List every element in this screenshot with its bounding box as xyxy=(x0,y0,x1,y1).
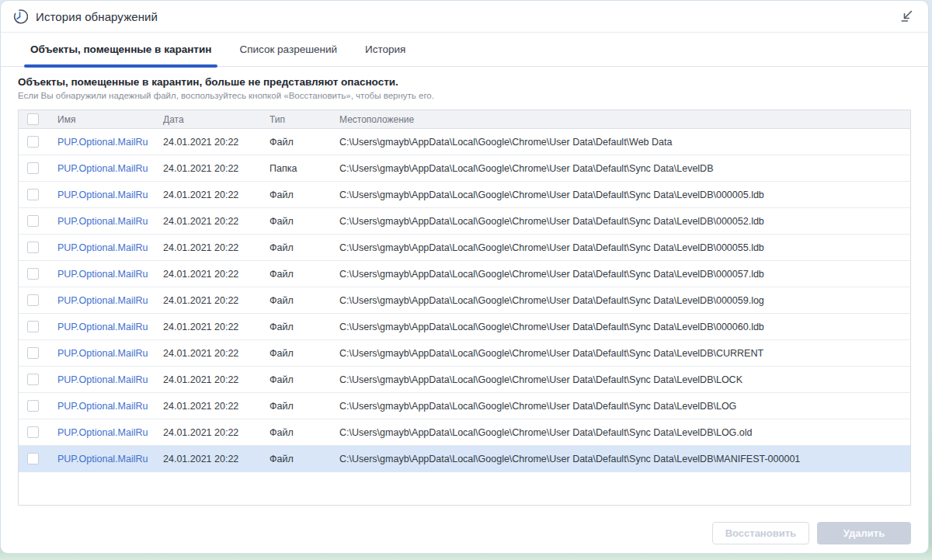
detection-date: 24.01.2021 20:22 xyxy=(163,163,270,174)
row-checkbox-cell xyxy=(19,426,57,438)
row-checkbox[interactable] xyxy=(27,242,39,253)
tab-bar: Объекты, помещенные в карантин Список ра… xyxy=(1,33,928,67)
row-checkbox[interactable] xyxy=(27,215,39,227)
threat-name-link[interactable]: PUP.Optional.MailRu xyxy=(57,163,163,174)
object-location: C:\Users\gmayb\AppData\Local\Google\Chro… xyxy=(339,137,910,148)
row-checkbox-cell xyxy=(19,162,57,174)
titlebar: История обнаружений xyxy=(1,1,928,33)
object-location: C:\Users\gmayb\AppData\Local\Google\Chro… xyxy=(339,242,910,253)
detection-date: 24.01.2021 20:22 xyxy=(163,322,270,332)
object-type: Файл xyxy=(270,322,339,332)
tab-allow-list[interactable]: Список разрешений xyxy=(239,33,337,66)
row-checkbox-cell xyxy=(19,453,57,464)
row-checkbox[interactable] xyxy=(27,268,39,280)
detection-date: 24.01.2021 20:22 xyxy=(163,374,270,385)
threat-name-link[interactable]: PUP.Optional.MailRu xyxy=(57,348,163,359)
intro-block: Объекты, помещенные в карантин, больше н… xyxy=(1,67,928,104)
table-row[interactable]: PUP.Optional.MailRu 24.01.2021 20:22 Пап… xyxy=(19,155,910,182)
object-location: C:\Users\gmayb\AppData\Local\Google\Chro… xyxy=(339,190,910,200)
object-location: C:\Users\gmayb\AppData\Local\Google\Chro… xyxy=(339,374,910,385)
detection-date: 24.01.2021 20:22 xyxy=(163,401,270,412)
threat-name-link[interactable]: PUP.Optional.MailRu xyxy=(57,269,163,280)
threat-name-link[interactable]: PUP.Optional.MailRu xyxy=(57,454,163,464)
table-row[interactable]: PUP.Optional.MailRu 24.01.2021 20:22 Фай… xyxy=(19,340,910,367)
object-type: Файл xyxy=(270,374,339,385)
row-checkbox[interactable] xyxy=(27,347,39,359)
object-location: C:\Users\gmayb\AppData\Local\Google\Chro… xyxy=(339,348,910,359)
object-type: Папка xyxy=(270,163,339,174)
row-checkbox[interactable] xyxy=(27,189,39,200)
object-type: Файл xyxy=(270,454,339,464)
object-location: C:\Users\gmayb\AppData\Local\Google\Chro… xyxy=(339,269,910,280)
tab-quarantined-objects[interactable]: Объекты, помещенные в карантин xyxy=(30,33,211,66)
column-header-location: Местоположение xyxy=(339,114,910,125)
table-row[interactable]: PUP.Optional.MailRu 24.01.2021 20:22 Фай… xyxy=(19,367,910,393)
object-type: Файл xyxy=(270,295,339,306)
threat-name-link[interactable]: PUP.Optional.MailRu xyxy=(57,401,163,412)
table-header-row: Имя Дата Тип Местоположение xyxy=(19,110,910,129)
column-header-type: Тип xyxy=(270,114,339,125)
object-type: Файл xyxy=(270,269,339,280)
object-type: Файл xyxy=(270,190,339,200)
threat-name-link[interactable]: PUP.Optional.MailRu xyxy=(57,137,163,148)
detection-history-window: История обнаружений Объекты, помещенные … xyxy=(0,0,929,554)
table-row[interactable]: PUP.Optional.MailRu 24.01.2021 20:22 Фай… xyxy=(19,393,910,419)
table-row[interactable]: PUP.Optional.MailRu 24.01.2021 20:22 Фай… xyxy=(19,261,910,287)
table-row[interactable]: PUP.Optional.MailRu 24.01.2021 20:22 Фай… xyxy=(19,419,910,446)
threat-name-link[interactable]: PUP.Optional.MailRu xyxy=(57,242,163,253)
row-checkbox-cell xyxy=(19,321,57,332)
select-all-cell xyxy=(19,113,57,125)
threat-name-link[interactable]: PUP.Optional.MailRu xyxy=(57,295,163,306)
row-checkbox[interactable] xyxy=(27,453,39,464)
collapse-window-button[interactable] xyxy=(897,7,916,26)
table-row[interactable]: PUP.Optional.MailRu 24.01.2021 20:22 Фай… xyxy=(19,129,910,155)
threat-name-link[interactable]: PUP.Optional.MailRu xyxy=(57,216,163,227)
column-header-name: Имя xyxy=(57,114,163,125)
row-checkbox[interactable] xyxy=(27,374,39,385)
object-type: Файл xyxy=(270,348,339,359)
restore-button[interactable]: Восстановить xyxy=(712,522,809,544)
row-checkbox[interactable] xyxy=(27,400,39,412)
table-row[interactable]: PUP.Optional.MailRu 24.01.2021 20:22 Фай… xyxy=(19,208,910,235)
row-checkbox-cell xyxy=(19,242,57,253)
row-checkbox-cell xyxy=(19,400,57,412)
row-checkbox[interactable] xyxy=(27,321,39,332)
row-checkbox[interactable] xyxy=(27,136,39,148)
row-checkbox-cell xyxy=(19,215,57,227)
object-type: Файл xyxy=(270,401,339,412)
detection-date: 24.01.2021 20:22 xyxy=(163,190,270,200)
table-row[interactable]: PUP.Optional.MailRu 24.01.2021 20:22 Фай… xyxy=(19,235,910,261)
detection-date: 24.01.2021 20:22 xyxy=(163,242,270,253)
detection-date: 24.01.2021 20:22 xyxy=(163,137,270,148)
column-header-date: Дата xyxy=(163,114,270,125)
object-location: C:\Users\gmayb\AppData\Local\Google\Chro… xyxy=(339,163,910,174)
object-type: Файл xyxy=(270,216,339,227)
row-checkbox-cell xyxy=(19,268,57,280)
table-row[interactable]: PUP.Optional.MailRu 24.01.2021 20:22 Фай… xyxy=(19,314,910,340)
threat-name-link[interactable]: PUP.Optional.MailRu xyxy=(57,322,163,332)
table-row[interactable]: PUP.Optional.MailRu 24.01.2021 20:22 Фай… xyxy=(19,446,910,472)
row-checkbox[interactable] xyxy=(27,294,39,306)
table-body: PUP.Optional.MailRu 24.01.2021 20:22 Фай… xyxy=(19,129,910,472)
threat-name-link[interactable]: PUP.Optional.MailRu xyxy=(57,374,163,385)
object-location: C:\Users\gmayb\AppData\Local\Google\Chro… xyxy=(339,295,910,306)
tab-history[interactable]: История xyxy=(365,33,405,66)
page-title: История обнаружений xyxy=(36,10,158,23)
quarantine-table: Имя Дата Тип Местоположение PUP.Optional… xyxy=(18,110,911,506)
object-location: C:\Users\gmayb\AppData\Local\Google\Chro… xyxy=(339,216,910,227)
threat-name-link[interactable]: PUP.Optional.MailRu xyxy=(57,190,163,200)
row-checkbox[interactable] xyxy=(27,162,39,174)
intro-headline: Объекты, помещенные в карантин, больше н… xyxy=(18,76,911,88)
delete-button[interactable]: Удалить xyxy=(817,522,911,544)
detection-date: 24.01.2021 20:22 xyxy=(163,269,270,280)
select-all-checkbox[interactable] xyxy=(27,113,39,125)
row-checkbox[interactable] xyxy=(27,426,39,438)
object-location: C:\Users\gmayb\AppData\Local\Google\Chro… xyxy=(339,401,910,412)
table-row[interactable]: PUP.Optional.MailRu 24.01.2021 20:22 Фай… xyxy=(19,182,910,208)
object-type: Файл xyxy=(270,242,339,253)
collapse-arrow-icon xyxy=(899,9,913,23)
detection-date: 24.01.2021 20:22 xyxy=(163,348,270,359)
threat-name-link[interactable]: PUP.Optional.MailRu xyxy=(57,427,163,438)
footer-actions: Восстановить Удалить xyxy=(1,522,928,553)
table-row[interactable]: PUP.Optional.MailRu 24.01.2021 20:22 Фай… xyxy=(19,287,910,314)
